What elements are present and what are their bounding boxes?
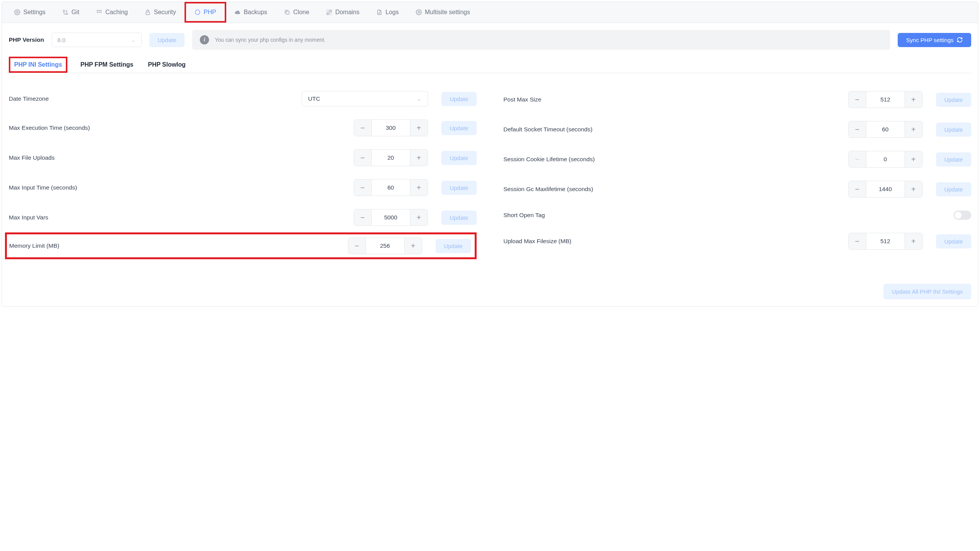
decrement-button[interactable]: − — [849, 181, 866, 197]
php-version-update-button[interactable]: Update — [149, 33, 185, 47]
sync-php-settings-button[interactable]: Sync PHP settings — [898, 33, 971, 47]
setting-session-cookie-lifetime-seconds-: Session Cookie Lifetime (seconds)−+Updat… — [503, 144, 971, 174]
setting-label: Post Max Size — [503, 96, 622, 103]
update-button[interactable]: Update — [436, 239, 471, 253]
setting-label: Session Cookie Lifetime (seconds) — [503, 156, 622, 163]
tab-git[interactable]: Git — [54, 2, 88, 23]
decrement-button[interactable]: − — [849, 233, 866, 249]
setting-label: Max Input Vars — [9, 214, 127, 221]
decrement-button[interactable]: − — [849, 121, 866, 137]
setting-label: Memory Limit (MB) — [9, 242, 128, 249]
tab-logs[interactable]: Logs — [368, 2, 407, 23]
tab-php[interactable]: PHP — [185, 2, 226, 23]
update-button[interactable]: Update — [936, 93, 971, 107]
update-button[interactable]: Update — [441, 181, 477, 195]
tab-security[interactable]: Security — [136, 2, 185, 23]
setting-controls: −+Update — [127, 179, 477, 196]
value-input[interactable] — [866, 151, 905, 167]
increment-button[interactable]: + — [410, 120, 428, 136]
settings-right-column: Post Max Size−+UpdateDefault Socket Time… — [503, 85, 971, 259]
stepper: −+ — [848, 181, 923, 198]
top-tabs: SettingsGitCachingSecurityPHPBackupsClon… — [2, 2, 978, 23]
setting-post-max-size: Post Max Size−+Update — [503, 85, 971, 114]
subtab-php-fpm-settings[interactable]: PHP FPM Settings — [79, 57, 135, 73]
stepper: −+ — [848, 151, 923, 168]
svg-rect-4 — [99, 10, 100, 11]
increment-button[interactable]: + — [905, 92, 922, 108]
php-icon — [194, 9, 201, 15]
php-version-select[interactable]: 8.0 ⌄ — [52, 33, 142, 47]
increment-button[interactable]: + — [410, 209, 428, 226]
value-input[interactable] — [866, 181, 905, 197]
setting-label: Max Execution Time (seconds) — [9, 124, 127, 131]
setting-controls — [622, 211, 971, 220]
svg-rect-3 — [97, 10, 98, 11]
stepper: −+ — [354, 119, 428, 136]
decrement-button[interactable]: − — [849, 151, 866, 167]
settings-grid: Date TimezoneUTC⌄UpdateMax Execution Tim… — [9, 85, 971, 259]
toggle[interactable] — [954, 211, 971, 220]
value-input[interactable] — [866, 233, 905, 249]
value-input[interactable] — [372, 180, 410, 196]
svg-rect-7 — [99, 12, 100, 13]
value-input[interactable] — [866, 121, 905, 137]
value-input[interactable] — [372, 150, 410, 166]
file-icon — [376, 9, 382, 15]
value-input[interactable] — [372, 209, 410, 226]
info-icon: i — [200, 35, 209, 44]
value-input[interactable] — [366, 238, 404, 254]
decrement-button[interactable]: − — [354, 120, 372, 136]
setting-controls: −+Update — [622, 181, 971, 198]
decrement-button[interactable]: − — [849, 92, 866, 108]
setting-memory-limit-mb-: Memory Limit (MB)−+Update — [5, 232, 477, 259]
php-version-label: PHP Version — [9, 36, 44, 43]
setting-label: Max Input Time (seconds) — [9, 184, 127, 191]
increment-button[interactable]: + — [905, 181, 922, 197]
svg-rect-8 — [101, 12, 102, 13]
setting-controls: −+Update — [622, 121, 971, 138]
increment-button[interactable]: + — [905, 233, 922, 249]
update-button[interactable]: Update — [441, 151, 477, 165]
chevron-down-icon: ⌄ — [131, 36, 136, 43]
select[interactable]: UTC⌄ — [302, 91, 428, 106]
update-button[interactable]: Update — [936, 123, 971, 137]
decrement-button[interactable]: − — [354, 209, 372, 226]
increment-button[interactable]: + — [404, 238, 422, 254]
update-button[interactable]: Update — [441, 121, 477, 135]
tab-clone[interactable]: Clone — [276, 2, 318, 23]
setting-controls: −+Update — [128, 237, 471, 254]
update-button[interactable]: Update — [936, 152, 971, 167]
tab-domains[interactable]: Domains — [318, 2, 368, 23]
content-area: PHP Version 8.0 ⌄ Update i You can sync … — [2, 23, 978, 268]
update-button[interactable]: Update — [441, 211, 477, 225]
tab-caching[interactable]: Caching — [88, 2, 136, 23]
update-all-button[interactable]: Update All PHP INI Settings — [884, 284, 971, 299]
footer: Update All PHP INI Settings — [2, 268, 978, 306]
svg-rect-6 — [97, 12, 98, 13]
value-input[interactable] — [372, 120, 410, 136]
stepper: −+ — [354, 149, 428, 166]
subtab-php-ini-settings[interactable]: PHP INI Settings — [9, 57, 67, 73]
tab-backups[interactable]: Backups — [226, 2, 276, 23]
subtab-php-slowlog[interactable]: PHP Slowlog — [146, 57, 187, 73]
update-button[interactable]: Update — [441, 92, 477, 106]
setting-label: Session Gc Maxlifetime (seconds) — [503, 186, 622, 193]
stepper: −+ — [848, 91, 923, 108]
tab-settings[interactable]: Settings — [6, 2, 54, 23]
decrement-button[interactable]: − — [354, 150, 372, 166]
value-input[interactable] — [866, 92, 905, 108]
increment-button[interactable]: + — [905, 121, 922, 137]
sync-info-text: You can sync your php configs in any mom… — [215, 37, 325, 43]
increment-button[interactable]: + — [410, 150, 428, 166]
increment-button[interactable]: + — [410, 180, 428, 196]
increment-button[interactable]: + — [905, 151, 922, 167]
update-button[interactable]: Update — [936, 182, 971, 196]
svg-point-13 — [418, 11, 420, 13]
setting-controls: UTC⌄Update — [127, 91, 477, 106]
tab-multisite-settings[interactable]: Multisite settings — [407, 2, 479, 23]
setting-max-execution-time-seconds-: Max Execution Time (seconds)−+Update — [9, 113, 477, 143]
stepper: −+ — [348, 237, 422, 254]
update-button[interactable]: Update — [936, 234, 971, 249]
decrement-button[interactable]: − — [354, 180, 372, 196]
decrement-button[interactable]: − — [348, 238, 366, 254]
